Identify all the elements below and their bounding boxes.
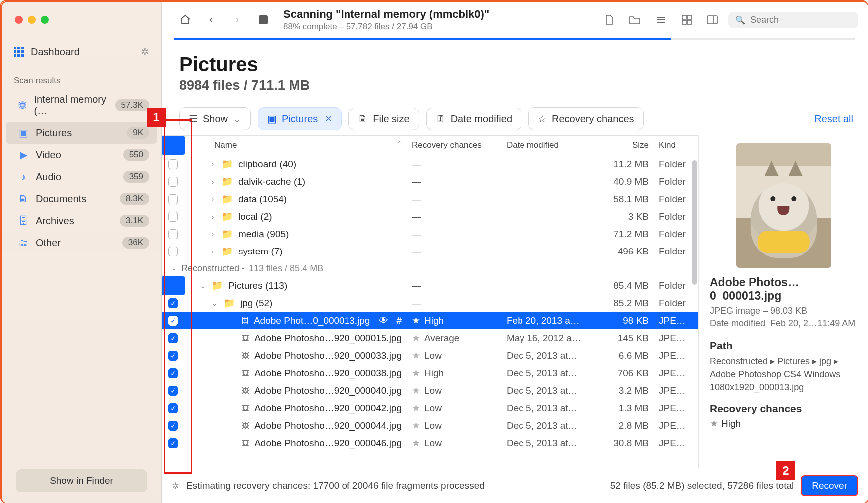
col-size[interactable]: Size [589, 140, 654, 150]
row-size: 3.2 MB [589, 385, 654, 396]
row-checkbox[interactable] [168, 403, 178, 413]
row-name: Adobe Photosho…920_000040.jpg [254, 385, 402, 396]
back-button[interactable]: ‹ [201, 10, 221, 30]
page-title: Pictures [179, 53, 868, 76]
col-date[interactable]: Date modified [502, 140, 589, 150]
table-row[interactable]: › 📁 dalvik-cache (1) — 40.9 MB Folder [162, 173, 698, 190]
home-button[interactable] [175, 10, 195, 30]
group-reconstructed[interactable]: ⌄ Reconstructed - 113 files / 85.4 MB [162, 260, 698, 277]
table-row[interactable]: 🖼 Adobe Photosho…920_000033.jpg ★Low Dec… [162, 347, 698, 364]
stop-button[interactable] [253, 10, 273, 30]
list-view-icon[interactable] [651, 10, 671, 30]
new-file-icon[interactable] [599, 10, 619, 30]
row-checkbox[interactable] [168, 159, 178, 169]
clear-filter-icon[interactable]: ✕ [325, 113, 332, 124]
zoom-window-button[interactable] [41, 16, 49, 24]
sidebar-item-pictures[interactable]: ▣ Pictures 9K [6, 122, 157, 144]
chevron-right-icon[interactable]: › [209, 178, 216, 186]
row-checkbox[interactable] [168, 316, 178, 326]
row-kind: JPEG… [654, 385, 698, 396]
search-field[interactable]: 🔍 [728, 12, 858, 28]
row-size: 496 KB [589, 246, 654, 257]
file-icon: 🖼 [242, 334, 249, 342]
sidebar-item-other[interactable]: 🗂 Other 36K [6, 232, 157, 253]
sidebar-item-badge: 57.3K [115, 99, 149, 111]
star-icon: ★ [412, 367, 420, 379]
scan-subtitle: 88% complete – 57,782 files / 27.94 GB [283, 22, 489, 32]
sidebar-item-video[interactable]: ▶ Video 550 [6, 144, 157, 166]
sidebar-item-documents[interactable]: 🗎 Documents 8.3K [6, 188, 157, 210]
table-row[interactable]: 🖼 Adobe Photosho…920_000040.jpg ★Low Dec… [162, 382, 698, 399]
row-checkbox[interactable] [168, 368, 178, 378]
dashboard-nav[interactable]: Dashboard ✲ [2, 37, 161, 67]
row-checkbox[interactable] [168, 298, 178, 308]
folder-icon: 📁 [221, 211, 233, 222]
chevron-down-icon[interactable]: ⌄ [211, 299, 218, 307]
row-checkbox[interactable] [162, 276, 185, 295]
row-recovery: ★Low [407, 350, 502, 361]
table-row[interactable]: 🖼 Adobe Photosho…920_000046.jpg ★Low Dec… [162, 434, 698, 452]
row-checkbox[interactable] [168, 421, 178, 431]
table-row[interactable]: › 📁 data (1054) — 58.1 MB Folder [162, 190, 698, 208]
recover-button[interactable]: Recover [801, 475, 858, 496]
status-bar: ✲ Estimating recovery chances: 17700 of … [162, 468, 868, 503]
col-name[interactable]: Name [214, 140, 237, 150]
chevron-right-icon[interactable]: › [209, 160, 216, 168]
row-checkbox[interactable] [168, 229, 178, 239]
forward-button[interactable]: › [227, 10, 247, 30]
filesize-filter-chip[interactable]: 🗎 File size [348, 108, 419, 130]
hex-icon[interactable]: # [396, 315, 402, 326]
table-row[interactable]: 🖼 Adobe Photosho…920_000038.jpg ★High De… [162, 364, 698, 382]
chevron-right-icon[interactable]: › [209, 195, 216, 203]
sort-asc-icon[interactable]: ˄ [397, 140, 402, 151]
table-row[interactable]: ⌄ 📁 jpg (52) — 85.2 MB Folder [162, 294, 698, 312]
table-row[interactable]: › 📁 system (7) — 496 KB Folder [162, 243, 698, 260]
search-input[interactable] [750, 15, 851, 25]
row-checkbox[interactable] [168, 194, 178, 204]
col-kind[interactable]: Kind [654, 140, 698, 150]
col-recovery[interactable]: Recovery chances [407, 140, 502, 150]
row-checkbox[interactable] [168, 438, 178, 448]
table-row[interactable]: 🖼 Adobe Phot…0_000013.jpg👁 # ★High Feb 2… [162, 312, 698, 329]
table-row[interactable]: 🖼 Adobe Photosho…920_000042.jpg ★Low Dec… [162, 399, 698, 417]
row-name: local (2) [238, 211, 272, 222]
row-name: Adobe Photosho…920_000042.jpg [254, 403, 402, 414]
vertical-scrollbar[interactable] [692, 160, 697, 285]
row-size: 30.8 MB [589, 438, 654, 449]
pictures-filter-chip[interactable]: ▣ Pictures ✕ [258, 107, 342, 130]
sidebar-item-internal-memory-[interactable]: ⛃ Internal memory (… 57.3K [6, 89, 157, 122]
chevron-right-icon[interactable]: › [209, 230, 216, 238]
row-checkbox[interactable] [168, 333, 178, 343]
row-kind: Folder [654, 298, 698, 309]
row-recovery: — [407, 298, 502, 309]
sidebar-item-archives[interactable]: 🗄 Archives 3.1K [6, 210, 157, 232]
table-row[interactable]: ⌄ 📁 Pictures (113) — 85.4 MB Folder [162, 277, 698, 294]
grid-view-icon[interactable] [677, 10, 696, 30]
table-row[interactable]: › 📁 local (2) — 3 KB Folder [162, 208, 698, 225]
show-filter-chip[interactable]: ☰ Show ⌄ [179, 107, 251, 130]
row-checkbox[interactable] [168, 386, 178, 396]
table-row[interactable]: 🖼 Adobe Photosho…920_000044.jpg ★Low Dec… [162, 417, 698, 434]
sidebar-item-audio[interactable]: ♪ Audio 359 [6, 166, 157, 188]
chevron-right-icon[interactable]: › [209, 213, 216, 221]
show-in-finder-button[interactable]: Show in Finder [16, 469, 147, 492]
select-all-checkbox[interactable] [162, 136, 185, 155]
preview-icon[interactable]: 👁 [379, 315, 388, 326]
folder-view-icon[interactable] [625, 10, 645, 30]
close-window-button[interactable] [15, 16, 23, 24]
minimize-window-button[interactable] [28, 16, 36, 24]
row-checkbox[interactable] [168, 247, 178, 256]
preview-thumbnail[interactable] [736, 143, 831, 268]
table-row[interactable]: › 📁 clipboard (40) — 11.2 MB Folder [162, 155, 698, 173]
panel-toggle-icon[interactable] [702, 10, 722, 30]
chevron-right-icon[interactable]: › [209, 248, 216, 255]
table-row[interactable]: 🖼 Adobe Photosho…920_000015.jpg ★Average… [162, 329, 698, 347]
reset-all-button[interactable]: Reset all [814, 113, 853, 125]
row-checkbox[interactable] [168, 177, 178, 187]
row-checkbox[interactable] [168, 351, 178, 361]
chevron-down-icon[interactable]: ⌄ [199, 282, 206, 290]
table-row[interactable]: › 📁 media (905) — 71.2 MB Folder [162, 225, 698, 243]
row-checkbox[interactable] [168, 212, 178, 222]
date-filter-chip[interactable]: 🗓 Date modified [426, 108, 521, 130]
recovery-filter-chip[interactable]: ☆ Recovery chances [528, 107, 644, 130]
